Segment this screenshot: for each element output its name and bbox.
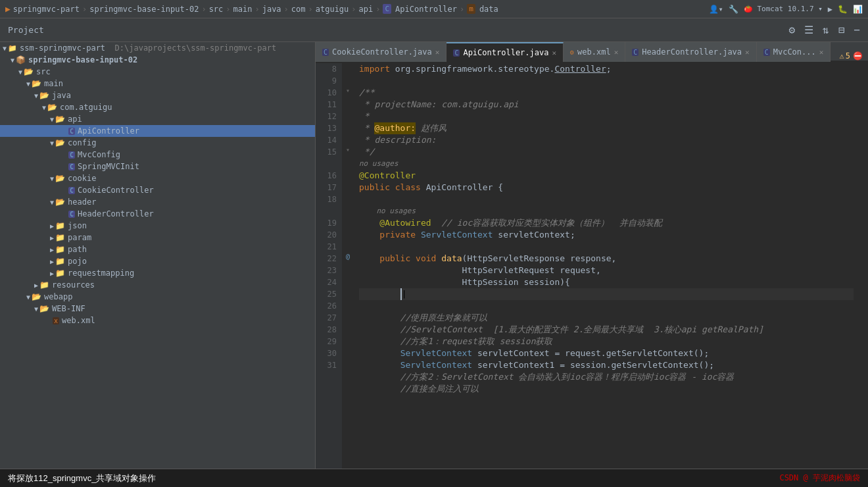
code-line-20: private ServletContext servletContext; [359,229,854,241]
tab-mvccon[interactable]: C MvcCon... ✕ [757,42,831,62]
autowired-ann: @Autowired [379,217,431,229]
toolbar: Project ⚙ ☰ ⇅ ⊟ − [0,18,868,42]
code-content[interactable]: import org.springframework.stereotype.Co… [354,63,859,469]
breadcrumb-part7[interactable]: atguigu [316,5,349,14]
header-icon: 📂 [55,197,65,207]
tab-webxml[interactable]: ⚙ web.xml ✕ [564,42,625,62]
filter-icon[interactable]: ⊟ [836,22,848,38]
breadcrumb-part1[interactable]: springmvc-part [13,5,80,14]
tree-item-json[interactable]: ▶ 📁 json [0,220,315,232]
webapp-icon: 📂 [32,292,41,301]
cursor: | [400,288,407,300]
tree-item-pojo[interactable]: ▶ 📁 pojo [0,255,315,267]
class-c-icon: C [68,128,75,135]
tree-item-apicontroller[interactable]: C ApiController [0,125,315,137]
javadoc-author-pre: * [359,122,374,134]
code-line-cmt-extra: //方案2：ServletContext 会自动装入到ioc容器！程序启动时io… [359,371,854,383]
gutter: ▾ ▾ @ [342,63,354,469]
arrow-java: ▼ [34,92,38,99]
tree-item-web-inf[interactable]: ▼ 📂 WEB-INF [0,303,315,315]
tree-item-config[interactable]: ▼ 📂 config [0,137,315,149]
webapp-label: webapp [44,292,72,301]
arrow-cookie: ▼ [50,175,54,182]
tab-headercontroller-close[interactable]: ✕ [745,48,750,57]
tree-item-header[interactable]: ▼ 📂 header [0,196,315,208]
src-icon: 📂 [24,67,34,76]
sep1: › [82,5,87,14]
breadcrumb-part4[interactable]: main [233,5,253,14]
tree-item-java[interactable]: ▼ 📂 java [0,90,315,101]
sc-type-2: ServletContext [400,359,473,371]
profile-icon[interactable]: 📊 [853,5,863,14]
tab-apicontroller[interactable]: C ApiController.java ✕ [446,42,564,62]
tab-apicontroller-close[interactable]: ✕ [552,49,556,57]
arrow-webapp: ▼ [26,294,30,301]
tree-item-api[interactable]: ▼ 📂 api [0,113,315,125]
bottom-bar: 将探放112_springmvc_共享域对象操作 CSDN @ 芋泥肉松脑袋 [0,469,868,487]
settings-icon[interactable]: ⚙ [786,22,798,38]
web-inf-icon: 📂 [39,304,49,313]
warning-count: 5 [846,51,850,61]
tree-item-cookiecontroller[interactable]: C CookieController [0,184,315,196]
run-icon[interactable]: ▶ [828,5,832,14]
breadcrumb-part10[interactable]: data [479,5,498,14]
module-name: springmvc-base-input-02 [28,55,137,64]
tree-item-mvcconfig[interactable]: C MvcConfig [0,149,315,161]
tree-item-springmvcinit[interactable]: C SpringMVCInit [0,161,315,172]
tab-mvccon-close[interactable]: ✕ [819,48,824,57]
tree-item-webapp[interactable]: ▼ 📂 webapp [0,291,315,303]
tab-apicontroller-label: ApiController.java [463,48,548,57]
arrow-config: ▼ [50,140,54,147]
cookiecontroller-label: CookieController [78,186,154,195]
tomcat-badge[interactable]: 🍅 Tomcat 10.1.7 ▾ [744,5,823,13]
tab-webxml-close[interactable]: ✕ [614,48,619,57]
tools-icon[interactable]: 🔧 [729,5,738,14]
controller-ref: Controller [554,63,606,75]
layout-icon[interactable]: ☰ [802,22,816,38]
tree-item-headercontroller[interactable]: C HeaderController [0,208,315,220]
sep3: › [226,5,230,14]
sc-var-2: servletContext1 = session.getServletCont… [472,359,714,371]
tree-item-root[interactable]: ▼ 📁 ssm-springmvc-part D:\javaprojects\s… [0,42,315,54]
requestmapping-label: requestmapping [68,269,134,278]
code-line-no-usage-1: no usages [359,158,854,170]
tree-item-path[interactable]: ▶ 📁 path [0,244,315,255]
vcs-icon[interactable]: 👤▾ [709,5,723,14]
tab-headercontroller[interactable]: C HeaderController.java ✕ [625,42,756,62]
tree-item-com-atguigu[interactable]: ▼ 📂 com.atguigu [0,101,315,113]
warning-badge: ⚠ 5 ⛔ [834,51,868,62]
tab-cookiecontroller-close[interactable]: ✕ [435,48,440,57]
breadcrumb-part9[interactable]: ApiController [395,5,457,14]
tree-item-main[interactable]: ▼ 📂 main [0,78,315,90]
code-line-19: @Autowired // ioc容器获取对应类型实体对象（组件） 并自动装配 [359,217,854,229]
minimize-icon[interactable]: − [851,22,863,38]
tree-item-cookie[interactable]: ▼ 📂 cookie [0,172,315,184]
tree-item-module[interactable]: ▼ 📦 springmvc-base-input-02 [0,54,315,66]
sc-type-1: ServletContext [400,347,473,359]
api-label: api [68,115,82,124]
warning-icon: ⚠ [840,51,844,61]
right-gutter [859,63,868,469]
breadcrumb-part5[interactable]: java [262,5,281,14]
tree-item-param[interactable]: ▶ 📁 param [0,232,315,244]
breadcrumb-part6[interactable]: com [291,5,306,14]
breadcrumb-part8[interactable]: api [359,5,374,14]
tree-item-requestmapping[interactable]: ▶ 📁 requestmapping [0,267,315,279]
editor[interactable]: 8 9 10 11 12 13 14 15 16 17 18 19 20 21 [316,63,868,469]
headercontroller-label: HeaderController [78,209,154,218]
debug-icon[interactable]: 🐛 [838,5,848,14]
tree-item-resources[interactable]: ▶ 📁 resources [0,279,315,291]
tree-item-src[interactable]: ▼ 📂 src [0,66,315,78]
pojo-label: pojo [68,257,87,266]
tab-cookiecontroller[interactable]: C CookieController.java ✕ [316,42,446,62]
warning-error-icon: ⛔ [853,51,863,61]
code-line-25[interactable]: | [359,288,854,300]
breadcrumb-part3[interactable]: src [209,5,224,14]
tab-webxml-label: web.xml [577,47,611,57]
tab-cookiecontroller-icon: C [322,49,329,56]
tree-item-web-xml[interactable]: x web.xml [0,315,315,326]
comment-29: //方案1：request获取 session获取 [359,336,553,347]
import-path: org.springframework.stereotype. [395,63,555,75]
breadcrumb-part2[interactable]: springmvc-base-input-02 [89,5,199,14]
expand-icon[interactable]: ⇅ [820,22,832,38]
